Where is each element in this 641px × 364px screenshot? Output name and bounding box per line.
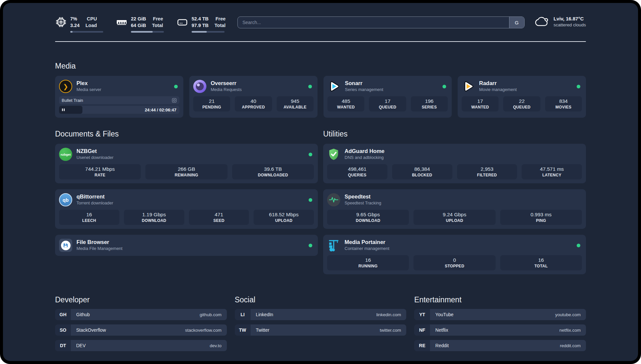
app-name: NZBGet [76, 148, 113, 154]
link-name: StackOverflow [76, 327, 106, 333]
stat-label: QUERIES [327, 172, 387, 178]
section-title-utilities: Utilities [323, 130, 586, 138]
link-name: Reddit [435, 343, 448, 348]
stat-label: QUEUED [503, 105, 540, 110]
link-url: youtube.com [555, 312, 581, 317]
app-description: Speedtest Tracking [345, 200, 381, 206]
app-card-qbittorrent[interactable]: qb qBittorrent Torrent downloader 16 LEE… [55, 189, 318, 229]
memory-icon [116, 16, 128, 28]
app-card-adguard[interactable]: AdGuard Home DNS and adblocking 498,461 … [323, 144, 586, 183]
stat-box: 485 WANTED [327, 96, 364, 111]
stat-value: 945 [277, 98, 314, 105]
stat-label: DOWNLOAD [124, 218, 184, 223]
app-card-radarr[interactable]: Radarr Movie management 17 WANTED 22 QUE… [458, 76, 586, 118]
link-name: Twitter [256, 327, 269, 333]
stat-label: STOPPED [413, 263, 495, 269]
app-card-sonarr[interactable]: Sonarr Series management 485 WANTED 17 Q… [323, 76, 452, 118]
stat-box: 86,384 BLOCKED [392, 164, 452, 179]
stat-box: 0 STOPPED [413, 255, 495, 270]
stat-box: 744.21 Mbps RATE [59, 164, 141, 179]
stat-label: RATE [59, 172, 141, 178]
stat-box: 9.65 Gbps DOWNLOAD [327, 210, 409, 225]
link-stackoverflow[interactable]: SO StackOverflow stackoverflow.com [55, 324, 227, 336]
link-url: netflix.com [559, 328, 581, 333]
app-description: Usenet downloader [76, 154, 113, 161]
stat-value: 498,461 [327, 166, 387, 172]
stat-label: RUNNING [327, 263, 409, 269]
link-reddit[interactable]: RE Reddit reddit.com [414, 340, 586, 351]
app-name: Plex [76, 80, 101, 86]
stat-box: 9.24 Gbps UPLOAD [413, 210, 495, 225]
weather-condition: scattered clouds [554, 22, 586, 28]
memory-free-label: Free [152, 15, 163, 22]
app-card-filebrowser[interactable]: File Browser Media File Management [55, 235, 318, 256]
status-dot [309, 198, 312, 202]
link-name: YouTube [435, 312, 453, 317]
stat-label: SERIES [411, 105, 448, 110]
link-netflix[interactable]: NF Netflix netflix.com [414, 324, 586, 336]
stat-label: SEED [189, 218, 249, 223]
window-frame: 7% 3.24 CPU Load [0, 0, 641, 364]
app-card-speedtest[interactable]: Speedtest Speedtest Tracking 9.65 Gbps D… [323, 189, 586, 229]
stat-label: DOWNLOADED [232, 172, 314, 178]
stat-box: 17 WANTED [462, 96, 499, 111]
playback-progress-bar[interactable]: 24:44 / 02:06:47 [59, 106, 179, 114]
app-card-nzbget[interactable]: nzbget NZBGet Usenet downloader 744.21 M… [55, 144, 318, 183]
search-bar[interactable]: G [237, 16, 525, 28]
system-monitors: 7% 3.24 CPU Load [55, 15, 226, 33]
app-card-plex[interactable]: ❯ Plex Media server Bullet Train [55, 76, 183, 118]
search-input[interactable] [238, 17, 509, 28]
link-linkedin[interactable]: LI LinkedIn linkedin.com [235, 309, 407, 320]
link-tag: YT [414, 309, 430, 320]
weather-location-temp: Lviv, 16.87°C [554, 15, 586, 22]
stat-value: 2,953 [457, 166, 517, 172]
stat-label: PING [500, 218, 582, 223]
link-url: dev.to [210, 343, 222, 348]
stat-value: 16 [327, 257, 409, 263]
plex-icon: ❯ [59, 80, 72, 93]
search-provider-button[interactable]: G [509, 17, 524, 28]
link-name: Github [76, 312, 90, 317]
status-dot [309, 153, 312, 156]
status-dot [443, 85, 446, 88]
stat-label: UPLOAD [413, 218, 495, 223]
link-url: reddit.com [560, 343, 581, 348]
link-dev[interactable]: DT DEV dev.to [55, 340, 227, 351]
app-name: AdGuard Home [345, 148, 384, 154]
stat-box: 47.571 ms LATENCY [522, 164, 582, 179]
link-twitter[interactable]: TW Twitter twitter.com [235, 324, 407, 336]
link-url: github.com [200, 312, 222, 317]
link-github[interactable]: GH Github github.com [55, 309, 227, 320]
stat-box: 266 GB REMAINING [145, 164, 227, 179]
app-description: DNS and adblocking [345, 154, 384, 161]
pause-icon[interactable] [62, 108, 65, 111]
cpu-usage-value: 7% [70, 15, 79, 22]
stat-value: 17 [369, 98, 406, 105]
stat-value: 9.24 Gbps [413, 211, 495, 218]
link-tag: LI [235, 309, 251, 320]
developer-links: GH Github github.com SO StackOverflow st… [55, 309, 227, 351]
stat-label: MOVIES [545, 105, 582, 110]
stat-value: 834 [545, 98, 582, 105]
plex-now-playing: Bullet Train 24:44 / 02:06:47 [59, 96, 179, 114]
stat-label: WANTED [327, 105, 364, 110]
section-title-media: Media [55, 62, 586, 71]
cpu-usage-label: CPU [85, 15, 97, 22]
memory-free-value: 22 GiB [131, 15, 146, 22]
memory-progress-bar [131, 31, 164, 33]
stat-label: LATENCY [522, 172, 582, 178]
status-dot [308, 85, 312, 88]
cpu-load-value: 3.24 [70, 22, 79, 29]
app-name: Overseerr [211, 80, 242, 86]
app-description: Series management [345, 86, 383, 93]
app-card-overseerr[interactable]: Overseerr Media Requests 21 PENDING 40 A… [189, 76, 318, 118]
link-youtube[interactable]: YT YouTube youtube.com [414, 309, 586, 320]
section-title-social: Social [235, 295, 407, 304]
speedtest-icon [327, 193, 340, 206]
stat-label: LEECH [59, 218, 119, 223]
app-card-portainer[interactable]: Media Portainer Container management 16 … [323, 235, 586, 274]
link-name: LinkedIn [256, 312, 273, 317]
media-cards-row: ❯ Plex Media server Bullet Train [55, 76, 586, 118]
cpu-load-label: Load [85, 22, 97, 29]
stat-box: 945 AVAILABLE [277, 96, 314, 111]
